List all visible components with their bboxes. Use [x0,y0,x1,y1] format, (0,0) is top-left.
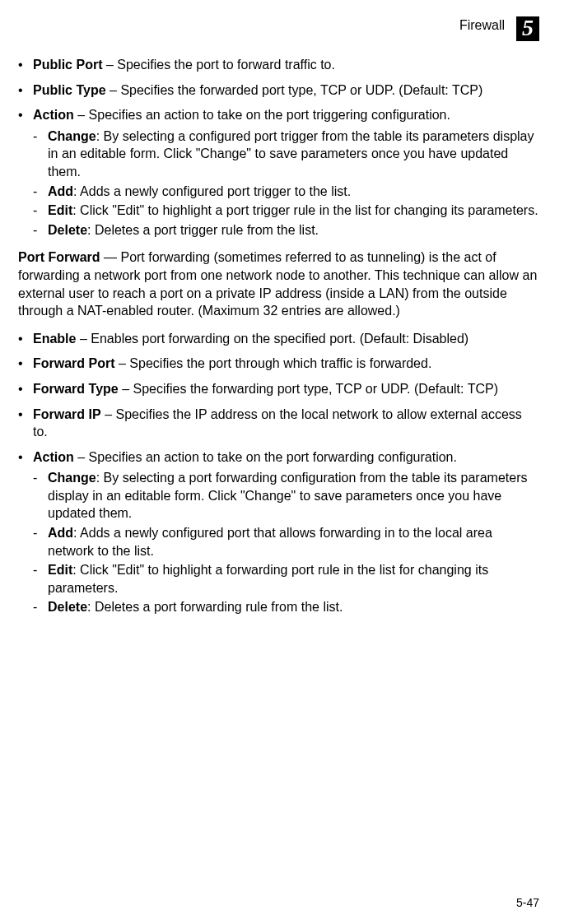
page-header: Firewall 5 [18,16,539,41]
list-item: Forward Type – Specifies the forwarding … [18,380,539,398]
term-label: Add [48,526,73,540]
list-item: Forward Port – Specifies the port throug… [18,355,539,373]
term-label: Change [48,471,96,485]
term-text: – Specifies the forwarded port type, TCP… [106,83,483,97]
term-label: Forward Type [33,382,119,396]
term-text: – Specifies an action to take on the por… [74,450,457,464]
list-item: Add: Adds a newly configured port trigge… [33,183,539,201]
term-label: Public Port [33,58,102,72]
term-label: Change [48,129,96,143]
chapter-badge: 5 [516,16,539,41]
term-label: Action [33,450,74,464]
sub-list: Change: By selecting a configured port t… [33,128,539,239]
term-text: : Adds a newly configured port trigger t… [73,184,351,198]
term-text: : By selecting a port forwarding configu… [48,471,527,520]
list-item: Edit: Click "Edit" to highlight a forwar… [33,561,539,597]
list-item: Action – Specifies an action to take on … [18,448,539,616]
term-label: Edit [48,563,72,577]
header-title: Firewall [459,16,505,35]
term-label: Edit [48,203,72,217]
list-item: Edit: Click "Edit" to highlight a port t… [33,202,539,220]
term-text: – Specifies the port through which traff… [115,356,432,370]
term-text: – Specifies the port to forward traffic … [102,58,335,72]
term-text: : By selecting a configured port trigger… [48,129,534,179]
sub-list: Change: By selecting a port forwarding c… [33,469,539,616]
list-item: Public Port – Specifies the port to forw… [18,56,539,74]
page-number: 5-47 [516,895,539,911]
list-item: Delete: Deletes a port trigger rule from… [33,221,539,239]
term-label: Public Type [33,83,106,97]
list-item: Change: By selecting a configured port t… [33,128,539,181]
term-text: : Deletes a port trigger rule from the l… [87,223,319,237]
term-label: Forward Port [33,356,115,370]
port-forward-paragraph: Port Forward — Port forwarding (sometime… [18,248,539,319]
term-label: Enable [33,332,76,346]
bullet-list-2: Enable – Enables port forwarding on the … [18,330,539,616]
term-text: – Specifies the forwarding port type, TC… [119,382,498,396]
list-item: Enable – Enables port forwarding on the … [18,330,539,348]
term-label: Action [33,108,74,122]
bullet-list-1: Public Port – Specifies the port to forw… [18,56,539,239]
term-label: Forward IP [33,407,101,421]
term-label: Delete [48,600,87,614]
term-text: – Specifies the IP address on the local … [33,407,522,439]
list-item: Forward IP – Specifies the IP address on… [18,406,539,441]
list-item: Action – Specifies an action to take on … [18,106,539,239]
term-text: : Deletes a port forwarding rule from th… [87,600,343,614]
term-text: : Click "Edit" to highlight a port trigg… [72,203,538,217]
list-item: Add: Adds a newly configured port that a… [33,524,539,560]
list-item: Delete: Deletes a port forwarding rule f… [33,598,539,616]
term-label: Delete [48,223,87,237]
term-label: Port Forward [18,250,100,264]
term-text: : Adds a newly configured port that allo… [48,526,492,558]
term-label: Add [48,184,73,198]
term-text: – Enables port forwarding on the specifi… [76,332,468,346]
list-item: Change: By selecting a port forwarding c… [33,469,539,522]
term-text: – Specifies an action to take on the por… [74,108,450,122]
term-text: : Click "Edit" to highlight a forwarding… [48,563,488,595]
list-item: Public Type – Specifies the forwarded po… [18,81,539,100]
